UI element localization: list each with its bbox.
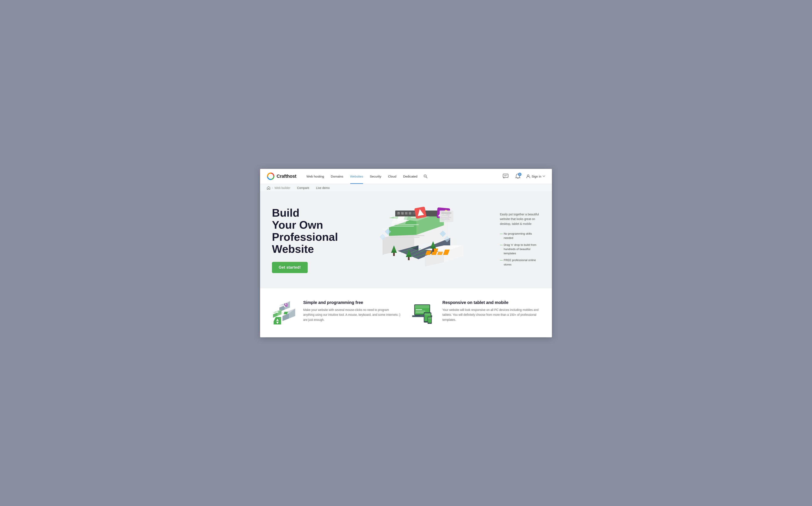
search-icon: [423, 174, 427, 178]
feature-item-1: No programming skills needed: [500, 230, 542, 242]
feature-content-responsive: Responsive on tablet and mobile Your web…: [442, 300, 540, 323]
svg-point-5: [527, 175, 529, 176]
hero-description: Easily put together a beautiful website …: [500, 212, 542, 226]
get-started-button[interactable]: Get started!: [272, 262, 308, 273]
hero-section: Build Your Own Professional Website Get …: [260, 192, 552, 288]
blocks-icon: [272, 300, 297, 326]
svg-rect-37: [391, 224, 419, 225]
feature-item-3: FREE professional online stores: [500, 257, 542, 268]
sign-in-label: Sign in: [532, 175, 541, 178]
nav-domains[interactable]: Domains: [327, 169, 346, 184]
svg-line-1: [426, 177, 427, 178]
svg-rect-87: [284, 312, 288, 314]
search-button[interactable]: [421, 169, 430, 184]
logo-text: Crafthost: [276, 174, 296, 179]
svg-rect-23: [390, 237, 420, 238]
feature-list: No programming skills needed Drag 'n' dr…: [500, 230, 542, 268]
breadcrumb-links: Compare Live demo: [297, 186, 330, 190]
hero-right: Easily put together a beautiful website …: [493, 212, 542, 268]
svg-marker-81: [273, 313, 277, 318]
nav-security[interactable]: Security: [367, 169, 385, 184]
main-nav: Web hosting Domains Websites Security Cl…: [303, 169, 502, 184]
logo-icon: [267, 172, 274, 180]
svg-rect-59: [441, 217, 452, 218]
hero-left: Build Your Own Professional Website Get …: [272, 207, 344, 273]
breadcrumb-current: Web builder: [274, 186, 290, 190]
breadcrumb-compare[interactable]: Compare: [297, 186, 309, 190]
svg-rect-100: [420, 315, 424, 316]
notification-badge: 3: [518, 173, 521, 176]
svg-rect-97: [416, 311, 425, 312]
svg-point-108: [429, 323, 430, 324]
feature-card-responsive: Responsive on tablet and mobile Your web…: [411, 300, 540, 326]
header-right: 3 Sign in: [502, 172, 545, 180]
svg-rect-44: [409, 212, 411, 215]
chevron-down-icon: [543, 175, 545, 177]
user-icon: [526, 174, 530, 178]
page-wrapper: Crafthost Web hosting Domains Websites S…: [260, 169, 552, 337]
svg-rect-98: [416, 312, 424, 313]
nav-cloud[interactable]: Cloud: [385, 169, 400, 184]
notifications-button[interactable]: 3: [514, 172, 522, 180]
feature-icon-simple: [272, 300, 297, 326]
header: Crafthost Web hosting Domains Websites S…: [260, 169, 552, 184]
svg-rect-38: [391, 226, 414, 227]
svg-rect-103: [424, 313, 431, 315]
features-section: Simple and programming free Make your we…: [260, 288, 552, 337]
nav-web-hosting[interactable]: Web hosting: [303, 169, 327, 184]
svg-rect-95: [415, 305, 429, 308]
svg-rect-60: [441, 219, 450, 220]
home-icon: [267, 186, 270, 190]
svg-rect-58: [441, 215, 449, 216]
svg-rect-96: [416, 309, 422, 310]
svg-rect-2: [503, 174, 508, 178]
breadcrumb-live-demo[interactable]: Live demo: [316, 186, 330, 190]
hero-illustration: [344, 202, 493, 278]
svg-rect-43: [405, 212, 407, 215]
devices-icon: [411, 300, 436, 326]
svg-rect-42: [401, 212, 404, 215]
isometric-illustration: [370, 204, 467, 276]
svg-marker-85: [282, 314, 289, 321]
breadcrumb-separator: ›: [272, 186, 273, 189]
feature-desc-1: Make your website with several mouse-cli…: [303, 308, 401, 323]
feature-card-simple: Simple and programming free Make your we…: [272, 300, 401, 326]
sign-in-button[interactable]: Sign in: [526, 174, 545, 178]
breadcrumb-bar: › Web builder Compare Live demo: [260, 184, 552, 192]
feature-icon-responsive: [411, 300, 436, 326]
feature-title-2: Responsive on tablet and mobile: [442, 300, 540, 305]
nav-websites[interactable]: Websites: [347, 169, 367, 184]
chat-icon: [503, 174, 508, 179]
chat-button[interactable]: [502, 172, 510, 180]
svg-rect-45: [413, 212, 415, 215]
feature-content-simple: Simple and programming free Make your we…: [303, 300, 401, 323]
breadcrumb-home[interactable]: [267, 186, 270, 190]
svg-rect-57: [441, 212, 452, 214]
feature-title-1: Simple and programming free: [303, 300, 401, 305]
logo[interactable]: Crafthost: [267, 172, 296, 180]
nav-dedicated[interactable]: Dedicated: [400, 169, 421, 184]
svg-rect-107: [428, 317, 431, 319]
feature-item-2: Drag 'n' drop to build from hundreds of …: [500, 242, 542, 257]
hero-title: Build Your Own Professional Website: [272, 207, 344, 255]
feature-desc-2: Your website will look responsive on all…: [442, 308, 540, 323]
